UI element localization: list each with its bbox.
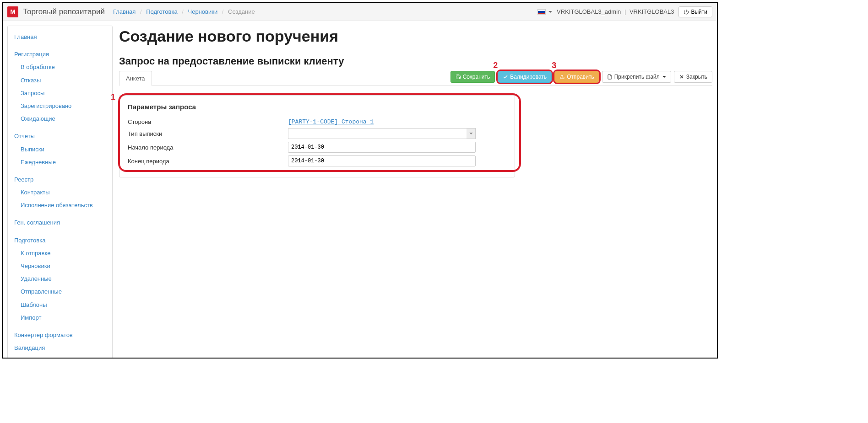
sidebar-item[interactable]: Зарегистрировано: [8, 100, 112, 112]
sidebar-item[interactable]: Ген. соглашения: [8, 216, 112, 229]
topbar: M Торговый репозитарий Главная / Подгото…: [3, 3, 717, 21]
user-info: VRKITGLOBAL3_admin | VRKITGLOBAL3: [557, 8, 674, 15]
label-end: Конец периода: [128, 158, 288, 165]
close-button[interactable]: Закрыть: [674, 71, 712, 83]
action-buttons: Сохранить 2 Валидировать 3 Отправит: [450, 71, 712, 86]
breadcrumb-link[interactable]: Черновики: [188, 8, 218, 15]
breadcrumb-link[interactable]: Подготовка: [146, 8, 177, 15]
panel-title: Параметры запроса: [128, 103, 506, 111]
sidebar-item[interactable]: Реестр: [8, 173, 112, 186]
callout-2: 2: [493, 61, 498, 70]
sidebar-item[interactable]: Регистрация: [8, 48, 112, 61]
page-subtitle: Запрос на предоставление выписки клиенту: [119, 55, 712, 67]
type-select-toggle[interactable]: [467, 128, 476, 139]
form-row-type: Тип выписки: [128, 127, 506, 140]
main-content: Создание нового поручения Запрос на пред…: [119, 26, 712, 177]
validate-button[interactable]: Валидировать: [498, 71, 552, 83]
sidebar-item[interactable]: К отправке: [8, 247, 112, 260]
callout-3: 3: [552, 61, 556, 70]
tabs-row: Анкета Сохранить 2 Валидировать: [119, 71, 712, 86]
sidebar-item[interactable]: Контракты: [8, 186, 112, 199]
file-icon: [607, 74, 613, 80]
start-date-input[interactable]: [288, 142, 476, 153]
tab-form[interactable]: Анкета: [119, 71, 152, 86]
org-name: VRKITGLOBAL3: [629, 8, 674, 15]
app-brand: Торговый репозитарий: [23, 7, 105, 16]
sidebar-item[interactable]: Главная: [8, 31, 112, 43]
sidebar-item[interactable]: Отказы: [8, 74, 112, 87]
sidebar-item[interactable]: Ежедневные: [8, 156, 112, 169]
share-icon: [559, 74, 565, 80]
sidebar-item[interactable]: Исполнение обязательств: [8, 199, 112, 212]
sidebar-item[interactable]: Шаблоны: [8, 299, 112, 311]
request-params-panel: Параметры запроса Сторона [PARTY-1-CODE]…: [119, 95, 515, 177]
sidebar-item[interactable]: В обработке: [8, 61, 112, 74]
locale-selector[interactable]: [537, 9, 552, 15]
attach-file-button[interactable]: Прикрепить файл: [602, 71, 671, 83]
sidebar-item[interactable]: Валидация: [8, 342, 112, 354]
chevron-down-icon: [548, 11, 552, 13]
sidebar-item[interactable]: Отправленные: [8, 285, 112, 298]
sidebar-item[interactable]: Конвертер форматов: [8, 329, 112, 342]
form-row-end: Конец периода: [128, 154, 506, 168]
breadcrumb-current: Создание: [228, 8, 255, 15]
save-button[interactable]: Сохранить: [450, 71, 495, 83]
label-start: Начало периода: [128, 144, 288, 151]
chevron-down-icon: [469, 133, 473, 134]
form-row-start: Начало периода: [128, 140, 506, 154]
end-date-input[interactable]: [288, 155, 476, 166]
label-party: Сторона: [128, 118, 288, 125]
callout-1: 1: [111, 92, 115, 102]
send-button[interactable]: Отправить: [554, 71, 599, 83]
form-row-party: Сторона [PARTY-1-CODE] Сторона 1: [128, 117, 506, 127]
party-value-link[interactable]: [PARTY-1-CODE] Сторона 1: [288, 118, 374, 125]
page-title: Создание нового поручения: [119, 27, 712, 45]
check-icon: [503, 74, 508, 80]
breadcrumb-link[interactable]: Главная: [113, 8, 136, 15]
sidebar-item[interactable]: Отчеты: [8, 130, 112, 143]
sidebar: ГлавнаяРегистрацияВ обработкеОтказыЗапро…: [7, 26, 113, 359]
user-name: VRKITGLOBAL3_admin: [557, 8, 621, 15]
logout-button[interactable]: Выйти: [678, 6, 712, 17]
app-logo: M: [7, 6, 18, 17]
flag-ru-icon: [537, 9, 546, 15]
label-type: Тип выписки: [128, 130, 288, 137]
close-icon: [679, 74, 684, 80]
breadcrumb: Главная / Подготовка / Черновики / Созда…: [113, 8, 255, 15]
sidebar-item[interactable]: Черновики: [8, 260, 112, 273]
save-icon: [456, 74, 461, 80]
sidebar-item[interactable]: Импорт: [8, 311, 112, 324]
sidebar-item[interactable]: Ожидающие: [8, 112, 112, 125]
chevron-down-icon: [662, 76, 666, 78]
sidebar-item[interactable]: Запросы: [8, 87, 112, 100]
power-icon: [684, 9, 689, 15]
sidebar-item[interactable]: Выписки: [8, 143, 112, 156]
type-select[interactable]: [288, 128, 476, 139]
sidebar-item[interactable]: Удаленные: [8, 273, 112, 285]
sidebar-item[interactable]: Подготовка: [8, 234, 112, 247]
